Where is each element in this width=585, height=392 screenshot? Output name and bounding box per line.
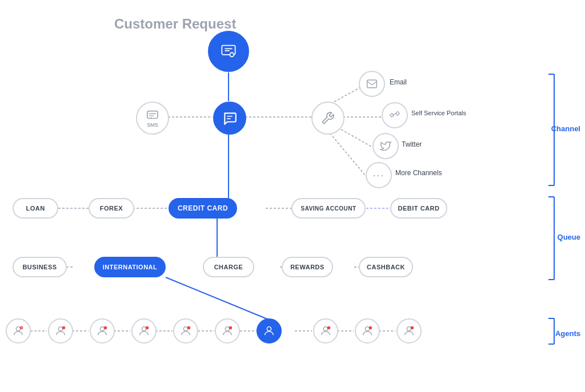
agent-8[interactable]: [313, 318, 338, 343]
diagram-container: Customer Request SMS: [0, 0, 585, 392]
pill-rewards[interactable]: REWARDS: [282, 257, 333, 277]
business-label: BUSINESS: [22, 264, 57, 270]
rewards-label: REWARDS: [290, 264, 324, 270]
self-service-circle[interactable]: [382, 102, 408, 128]
agent-2[interactable]: [48, 318, 73, 343]
svg-point-59: [407, 327, 411, 331]
agent-icon-3: [96, 325, 109, 337]
agent-icon-10: [403, 325, 415, 337]
agent-icon-8: [319, 325, 332, 337]
agent-icon-1: ✕: [12, 325, 25, 337]
cashback-label: CASHBACK: [367, 264, 405, 270]
agent-10[interactable]: [396, 318, 422, 343]
svg-point-41: [16, 327, 20, 331]
credit-card-label: CREDIT CARD: [178, 204, 228, 212]
more-channels-label: More Channels: [395, 169, 442, 177]
self-service-label: Self Service Portals: [411, 110, 466, 116]
svg-rect-39: [147, 111, 158, 118]
pill-business[interactable]: BUSINESS: [13, 257, 67, 277]
svg-point-46: [100, 327, 104, 331]
pill-credit-card[interactable]: CREDIT CARD: [169, 198, 237, 219]
svg-point-60: [411, 326, 414, 330]
svg-point-51: [187, 326, 191, 330]
svg-line-7: [327, 130, 366, 176]
customer-icon: [221, 43, 237, 59]
pill-cashback[interactable]: CASHBACK: [359, 257, 413, 277]
svg-point-50: [183, 327, 187, 331]
forex-label: FOREX: [100, 205, 123, 212]
sms-icon: [146, 109, 159, 122]
agent-5[interactable]: [173, 318, 198, 343]
saving-account-label: SAVING ACCOUNT: [301, 205, 356, 212]
twitter-label: Twitter: [402, 140, 422, 148]
svg-point-45: [62, 326, 66, 330]
queue-side-label: Queue: [558, 233, 580, 241]
more-channels-circle[interactable]: ···: [366, 162, 392, 188]
email-icon: [366, 78, 378, 90]
agent-9[interactable]: [355, 318, 380, 343]
svg-point-47: [104, 326, 107, 330]
tools-circle[interactable]: [311, 102, 344, 135]
svg-point-38: [230, 52, 234, 56]
loan-label: LOAN: [26, 205, 45, 212]
svg-point-49: [146, 326, 149, 330]
email-circle[interactable]: [359, 71, 385, 97]
handshake-icon: [389, 110, 400, 121]
sms-circle[interactable]: SMS: [136, 102, 169, 135]
pill-forex[interactable]: FOREX: [89, 198, 134, 219]
email-label: Email: [390, 78, 407, 86]
pill-international[interactable]: INTERNATIONAL: [94, 257, 166, 277]
svg-point-55: [323, 327, 327, 331]
svg-point-58: [369, 326, 372, 330]
svg-point-44: [58, 327, 62, 331]
svg-point-52: [225, 327, 229, 331]
agent-4[interactable]: [131, 318, 157, 343]
agent-7-active[interactable]: [257, 318, 282, 343]
sms-label: SMS: [147, 122, 158, 128]
pill-loan[interactable]: LOAN: [13, 198, 58, 219]
twitter-icon: [380, 140, 391, 152]
svg-point-56: [327, 326, 331, 330]
agent-icon-2: [54, 325, 67, 337]
pill-saving-account[interactable]: SAVING ACCOUNT: [291, 198, 366, 219]
agents-side-label: Agents: [555, 329, 580, 338]
tools-icon: [321, 111, 335, 125]
agent-icon-9: [361, 325, 374, 337]
charge-label: CHARGE: [214, 264, 243, 270]
svg-line-18: [166, 277, 269, 320]
customer-request-label: Customer Request: [114, 16, 236, 32]
svg-point-54: [267, 327, 271, 331]
pill-charge[interactable]: CHARGE: [203, 257, 254, 277]
international-label: INTERNATIONAL: [103, 264, 158, 270]
agent-1[interactable]: ✕: [6, 318, 31, 343]
agent-icon-5: [179, 325, 192, 337]
agent-icon-6: [221, 325, 234, 337]
debit-card-label: DEBIT CARD: [398, 205, 440, 212]
more-dots: ···: [372, 169, 384, 181]
chat-circle[interactable]: [213, 102, 246, 135]
agent-3[interactable]: [90, 318, 115, 343]
pill-debit-card[interactable]: DEBIT CARD: [390, 198, 447, 219]
agent-6[interactable]: [215, 318, 240, 343]
chat-icon: [222, 111, 237, 126]
channel-side-label: Channel: [551, 124, 580, 133]
svg-point-48: [142, 327, 146, 331]
lines-svg: [0, 0, 585, 392]
twitter-circle[interactable]: [372, 133, 399, 159]
svg-text:✕: ✕: [21, 327, 22, 329]
agent-icon-7: [263, 325, 275, 337]
svg-rect-40: [367, 80, 377, 87]
svg-point-57: [365, 327, 369, 331]
customer-request-circle[interactable]: [208, 31, 249, 72]
svg-point-53: [229, 326, 233, 330]
agent-icon-4: [138, 325, 150, 337]
